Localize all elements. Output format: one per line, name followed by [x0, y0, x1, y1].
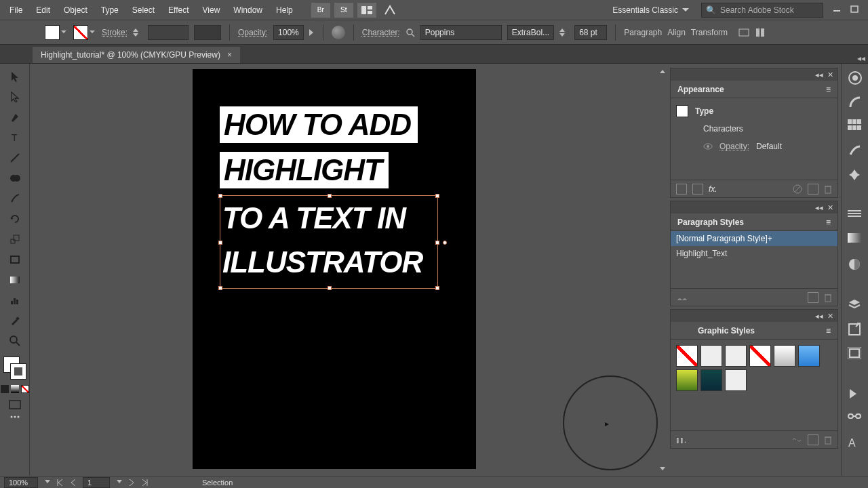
- paragraph-link[interactable]: Paragraph: [624, 28, 662, 37]
- prev-artboard-icon[interactable]: [71, 479, 76, 486]
- font-size-stepper[interactable]: [559, 25, 569, 40]
- panel-collapse-icon[interactable]: ◂◂: [815, 70, 823, 79]
- scale-tool[interactable]: [5, 230, 24, 248]
- menu-edit[interactable]: Edit: [29, 1, 57, 19]
- character-panel-icon[interactable]: A: [848, 436, 863, 451]
- dock-collapse-icon[interactable]: ◂◂: [857, 54, 865, 63]
- document-tab[interactable]: Highlight_tutorial* @ 100% (CMYK/GPU Pre…: [33, 47, 240, 63]
- shape-builder-tool[interactable]: [5, 169, 24, 187]
- edit-toolbar-button[interactable]: [9, 415, 20, 419]
- panel-collapse-icon[interactable]: ◂◂: [815, 312, 823, 321]
- appearance-tab[interactable]: Appearance ≡: [671, 81, 837, 98]
- chevron-down-icon[interactable]: [117, 480, 122, 485]
- duplicate-item-icon[interactable]: [808, 184, 818, 195]
- next-artboard-icon[interactable]: [129, 479, 134, 486]
- appearance-characters[interactable]: Characters: [703, 124, 743, 134]
- paragraph-style-item[interactable]: Highlight_Text: [671, 246, 837, 261]
- direct-selection-tool[interactable]: [5, 88, 24, 106]
- panel-menu-icon[interactable]: ≡: [826, 218, 831, 227]
- recolor-artwork-button[interactable]: [332, 26, 345, 39]
- menu-effect[interactable]: Effect: [161, 1, 195, 19]
- delete-style-icon[interactable]: [824, 293, 832, 302]
- graphic-style-thumb[interactable]: [725, 369, 747, 391]
- new-stroke-icon[interactable]: [676, 184, 687, 195]
- stock-search-input[interactable]: 🔍 Search Adobe Stock: [701, 3, 823, 18]
- rotate-tool[interactable]: [5, 210, 24, 228]
- transparency-panel-icon[interactable]: [848, 258, 863, 272]
- paragraph-style-item[interactable]: [Normal Paragraph Style]+: [671, 231, 837, 246]
- graphic-style-thumb[interactable]: [676, 345, 698, 367]
- canvas[interactable]: HOW TO ADD HIGHLIGHT TO A TEXT IN ILLUST…: [30, 64, 667, 476]
- opacity-label[interactable]: Opacity:: [238, 28, 268, 37]
- menu-object[interactable]: Object: [57, 1, 94, 19]
- zoom-field[interactable]: 100%: [4, 477, 38, 488]
- opacity-more-icon[interactable]: [309, 29, 315, 36]
- font-style-field[interactable]: ExtraBol...: [507, 25, 554, 40]
- column-graph-tool[interactable]: [5, 291, 24, 309]
- menu-view[interactable]: View: [196, 1, 227, 19]
- actions-panel-icon[interactable]: [848, 388, 863, 403]
- graphic-style-thumb[interactable]: [725, 345, 747, 367]
- paragraph-styles-tab[interactable]: Paragraph Styles ≡: [671, 214, 837, 231]
- links-panel-icon[interactable]: [848, 412, 863, 427]
- font-family-field[interactable]: Poppins: [420, 25, 502, 40]
- delete-item-icon[interactable]: [824, 184, 832, 194]
- rectangle-tool[interactable]: [5, 251, 24, 268]
- screen-mode-button[interactable]: [9, 400, 21, 409]
- align-link[interactable]: Align: [667, 28, 686, 37]
- font-size-field[interactable]: 68 pt: [574, 25, 607, 40]
- panel-close-icon[interactable]: ✕: [827, 203, 833, 212]
- menu-file[interactable]: File: [3, 1, 29, 19]
- graphic-style-thumb[interactable]: [774, 345, 795, 367]
- color-mode-none[interactable]: [21, 385, 29, 393]
- asset-export-icon[interactable]: [848, 323, 863, 338]
- isolate-button[interactable]: [738, 27, 749, 38]
- fill-stroke-indicator[interactable]: [3, 357, 26, 380]
- stock-button[interactable]: St: [334, 3, 353, 18]
- delete-graphic-style-icon[interactable]: [824, 435, 832, 445]
- stroke-swatch[interactable]: [73, 25, 96, 40]
- zoom-tool[interactable]: [5, 332, 24, 350]
- menu-help[interactable]: Help: [269, 1, 300, 19]
- opacity-field[interactable]: 100%: [273, 25, 304, 40]
- clear-appearance-icon[interactable]: [793, 184, 802, 194]
- bridge-button[interactable]: Br: [311, 3, 330, 18]
- menu-type[interactable]: Type: [94, 1, 125, 19]
- color-guide-icon[interactable]: [848, 95, 863, 110]
- stroke-panel-icon[interactable]: [848, 209, 863, 224]
- stroke-weight-stepper[interactable]: [133, 25, 142, 40]
- color-mode-solid[interactable]: [1, 385, 9, 393]
- tab-close-icon[interactable]: ×: [227, 50, 232, 60]
- panel-close-icon[interactable]: ✕: [827, 312, 833, 321]
- gpu-preview-icon[interactable]: [380, 3, 399, 18]
- new-style-icon[interactable]: [808, 292, 818, 303]
- style-libraries-icon[interactable]: ⫿⫿.: [676, 436, 686, 444]
- minimize-button[interactable]: [832, 5, 846, 15]
- graphic-style-thumb[interactable]: [701, 345, 722, 367]
- arrange-documents-button[interactable]: [357, 3, 376, 18]
- selection-tool[interactable]: [5, 68, 24, 85]
- menu-select[interactable]: Select: [125, 1, 161, 19]
- new-graphic-style-icon[interactable]: [808, 434, 818, 445]
- last-artboard-icon[interactable]: [141, 479, 148, 486]
- break-link-icon[interactable]: [791, 436, 802, 443]
- chevron-down-icon[interactable]: [45, 480, 50, 485]
- gradient-panel-icon[interactable]: [848, 233, 863, 248]
- panel-collapse-icon[interactable]: ◂◂: [815, 203, 823, 212]
- transform-link[interactable]: Transform: [691, 28, 728, 37]
- fill-swatch[interactable]: [45, 25, 68, 40]
- maximize-button[interactable]: [850, 5, 863, 15]
- type-tool[interactable]: T: [5, 129, 24, 146]
- symbols-panel-icon[interactable]: [848, 168, 863, 183]
- menu-window[interactable]: Window: [226, 1, 269, 19]
- graphic-style-thumb[interactable]: [701, 369, 722, 391]
- brush-definition[interactable]: [194, 25, 221, 40]
- graphic-style-thumb[interactable]: [749, 345, 771, 367]
- panel-menu-icon[interactable]: ≡: [826, 85, 831, 94]
- visibility-icon[interactable]: [703, 143, 713, 150]
- stroke-weight-field[interactable]: [148, 25, 189, 40]
- fx-icon[interactable]: fx.: [709, 184, 717, 194]
- character-label[interactable]: Character:: [362, 28, 400, 37]
- graphic-style-thumb[interactable]: [798, 345, 820, 367]
- eyedropper-tool[interactable]: [5, 312, 24, 329]
